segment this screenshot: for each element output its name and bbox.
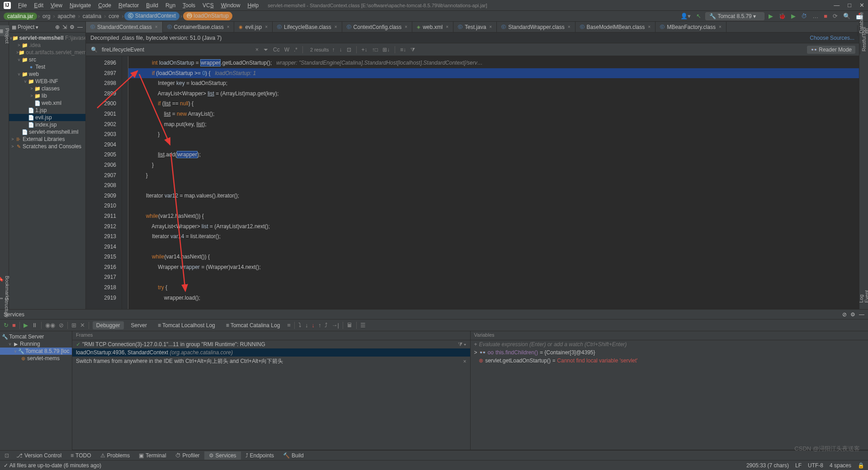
clear-search-icon[interactable]: × <box>254 47 260 53</box>
step-out-icon[interactable]: ↑ <box>318 322 321 329</box>
menu-help[interactable]: Help <box>244 1 262 9</box>
event-log-tab[interactable]: Event Log <box>857 295 868 306</box>
tree-node[interactable]: 📄index.jsp <box>9 121 85 128</box>
tree-node[interactable]: v📁src <box>9 56 85 63</box>
editor-tab[interactable]: ⓒContextConfig.class× <box>342 22 413 33</box>
build-tab[interactable]: 🔨 Build <box>278 451 308 460</box>
drop-frame-icon[interactable]: ⤴ <box>325 322 328 329</box>
next-icon[interactable]: ↓ <box>338 47 344 53</box>
debug-icon[interactable]: 🐞 <box>777 13 787 19</box>
gear-icon[interactable]: ⚙ <box>850 311 855 318</box>
menu-refactor[interactable]: Refactor <box>115 1 142 9</box>
thread-selector[interactable]: "RMI TCP Connection(3)-127.0.0.1"...11 i… <box>82 341 456 348</box>
coverage-icon[interactable]: ▶ <box>790 13 797 19</box>
tree-node[interactable]: v📁WEB-INF <box>9 78 85 85</box>
catalina-log-tab[interactable]: ≡ Tomcat Catalina Log <box>222 321 284 329</box>
variable-row[interactable]: >👓oo this.findChildren() = {Container[3]… <box>471 348 868 357</box>
more-icon[interactable]: ☰ <box>360 322 366 329</box>
editor-tab[interactable]: ⓒMBeanFactory.class× <box>656 22 726 33</box>
evaluate-icon[interactable]: 🖩 <box>347 322 353 329</box>
tree-node[interactable]: 📄web.xml <box>9 99 85 107</box>
force-step-into-icon[interactable]: ↓ <box>311 322 315 329</box>
editor-tab[interactable]: ⓒBaseModelMBean.class× <box>576 22 656 33</box>
status-indent[interactable]: 4 spaces <box>830 462 851 469</box>
profiler-tab[interactable]: ⏱ Profiler <box>171 451 204 460</box>
scroll-from-source-icon[interactable]: ⊕ <box>55 24 60 30</box>
pause-icon[interactable]: ⏸ <box>32 322 38 329</box>
reader-mode-button[interactable]: 👓 Reader Mode <box>807 46 855 54</box>
run-to-cursor-icon[interactable]: →| <box>331 322 339 329</box>
prev-icon[interactable]: ↑ <box>331 47 336 53</box>
update-icon[interactable]: ⟳ <box>831 13 839 19</box>
menu-run[interactable]: Run <box>162 1 179 9</box>
maximize-icon[interactable]: □ <box>848 2 851 9</box>
editor-tab[interactable]: ◉evil.jsp× <box>234 22 273 33</box>
menu-code[interactable]: Code <box>94 1 115 9</box>
status-pos[interactable]: 2905:33 (7 chars) <box>746 462 789 469</box>
services-tab[interactable]: ⚙ Services <box>204 451 241 460</box>
editor-tab[interactable]: ⓒLifecycleBase.class× <box>273 22 342 33</box>
rerun-icon[interactable]: ↻ <box>4 322 9 329</box>
regex-icon[interactable]: .* <box>292 47 299 53</box>
stop-icon[interactable]: ■ <box>12 322 16 329</box>
editor-tab[interactable]: ⓒContainerBase.class× <box>163 22 235 33</box>
breadcrumb[interactable]: org <box>41 13 52 19</box>
variable-row[interactable]: ⊗ servlet.getLoadOnStartup() = Cannot fi… <box>471 357 868 365</box>
search-icon[interactable]: 🔍 <box>842 13 852 19</box>
search-input[interactable] <box>101 46 252 54</box>
server-tab[interactable]: Server <box>127 321 151 329</box>
close-icon[interactable]: ✕ <box>859 2 864 9</box>
menu-edit[interactable]: Edit <box>30 1 47 9</box>
view-breakpoints-icon[interactable]: ◉◉ <box>45 322 55 329</box>
restfultool-tab[interactable]: RestfulTool <box>860 43 868 54</box>
editor-tab[interactable]: ⓒStandardWrapper.class× <box>497 22 575 33</box>
filter-icon[interactable]: ≡↓ <box>399 47 407 53</box>
localhost-log-tab[interactable]: ≡ Tomcat Localhost Log <box>154 321 219 329</box>
sel-all-icon[interactable]: ⊞↓ <box>381 47 391 53</box>
expand-icon[interactable]: ⇲ <box>62 24 67 30</box>
back-icon[interactable]: ↖ <box>695 13 703 19</box>
run-icon[interactable]: ▶ <box>767 13 774 19</box>
breadcrumb[interactable]: catalina <box>81 13 103 19</box>
breadcrumb[interactable]: core <box>107 13 121 19</box>
gear-icon[interactable]: ⚙ <box>70 24 75 30</box>
todo-tab[interactable]: ≡ TODO <box>66 451 95 460</box>
vcs-tab[interactable]: ⎇ Version Control <box>12 451 66 460</box>
breadcrumb-method[interactable]: ⓜ loadOnStartup <box>183 12 232 20</box>
case-icon[interactable]: Cc <box>272 47 281 53</box>
minimize-icon[interactable]: — <box>834 2 840 9</box>
resume-icon[interactable]: ▶ <box>24 322 28 329</box>
history-icon[interactable]: ⏷ <box>262 47 270 53</box>
tree-node[interactable]: >📁out.artifacts.servlet_memshell <box>9 49 85 56</box>
tree-node[interactable]: 📄servlet-memshell.iml <box>9 128 85 136</box>
breadcrumb-jar[interactable]: catalina.jar <box>4 13 37 20</box>
status-enc[interactable]: UTF-8 <box>808 462 823 469</box>
tree-node[interactable]: 📄evil.jsp <box>9 114 85 121</box>
status-le[interactable]: LF <box>795 462 802 469</box>
tree-node[interactable]: >📁classes <box>9 85 85 92</box>
step-into-icon[interactable]: ↓ <box>305 322 308 329</box>
tree-node[interactable]: >📁.idea <box>9 42 85 49</box>
layout-icon[interactable]: ⊞ <box>71 322 76 329</box>
mute-breakpoints-icon[interactable]: ⊘ <box>59 322 64 329</box>
lock-icon[interactable]: 🔒 <box>858 462 864 469</box>
tree-node[interactable]: 📄1.jsp <box>9 107 85 114</box>
menu-window[interactable]: Window <box>217 1 244 9</box>
editor-tab[interactable]: ⓒStandardContext.class× <box>86 22 163 33</box>
settings-icon[interactable]: ✕ <box>80 322 85 329</box>
endpoints-tab[interactable]: ⤴ Endpoints <box>241 451 278 460</box>
problems-tab[interactable]: ⚠ Problems <box>96 451 135 460</box>
word-icon[interactable]: W <box>283 47 291 53</box>
hide-icon[interactable]: — <box>859 311 864 318</box>
user-icon[interactable]: 👤▾ <box>679 13 692 19</box>
breadcrumb[interactable]: apache <box>56 13 77 19</box>
menu-build[interactable]: Build <box>142 1 162 9</box>
choose-sources-link[interactable]: Choose Sources... <box>810 35 854 41</box>
frame-row[interactable]: loadOnStartup:4936, StandardContext (org… <box>76 349 233 356</box>
remove-selection-icon[interactable]: ↑□ <box>371 47 379 53</box>
editor-tab[interactable]: ⓒTest.java× <box>453 22 497 33</box>
run-config-select[interactable]: 🔧 Tomcat 8.5.79 ▾ <box>705 12 764 20</box>
breadcrumb-class[interactable]: ⓒ StandardContext <box>124 12 179 20</box>
profile-icon[interactable]: ⏱ <box>800 13 808 19</box>
menu-vcs[interactable]: VCS <box>199 1 217 9</box>
